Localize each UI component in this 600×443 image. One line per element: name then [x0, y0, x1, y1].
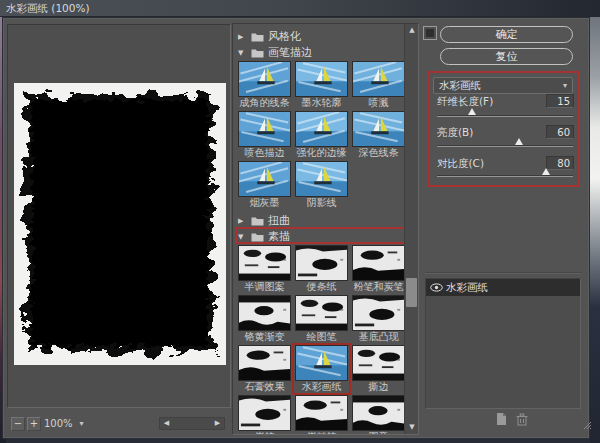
- fiber-length-slider-thumb[interactable]: [468, 108, 476, 115]
- filter-thumb-深色线条[interactable]: 深色线条: [351, 111, 405, 159]
- collapse-filter-list-button[interactable]: [423, 26, 437, 40]
- effect-layers-panel: 水彩画纸: [425, 278, 581, 409]
- filter-thumb-喷溅[interactable]: 喷溅: [351, 61, 405, 109]
- delete-effect-layer-icon[interactable]: [515, 412, 529, 426]
- filter-thumbnail: [238, 245, 291, 281]
- scroll-left-icon[interactable]: ◀: [160, 418, 173, 429]
- filter-list-scrollbar[interactable]: ▲ ▼: [404, 24, 418, 434]
- brightness-slider-thumb[interactable]: [515, 138, 523, 145]
- scroll-down-icon[interactable]: ▼: [405, 421, 419, 434]
- folder-icon: [251, 32, 264, 42]
- filter-thumb-label: 深色线条: [351, 147, 405, 159]
- filter-thumbnail: [295, 61, 348, 97]
- filter-thumb-炭精笔[interactable]: 炭精笔: [294, 395, 349, 434]
- filter-thumbnail: [295, 161, 348, 197]
- triangle-down-icon: ▼: [238, 233, 247, 241]
- filter-thumb-label: 强化的边缘: [294, 147, 349, 159]
- category-label: 扭曲: [268, 213, 290, 228]
- brightness-slider[interactable]: [437, 145, 573, 147]
- filter-thumbnail: [238, 395, 291, 431]
- filter-thumbnail: [238, 111, 291, 147]
- filter-thumb-半调图案[interactable]: 半调图案: [237, 245, 292, 293]
- filter-thumbnail: [352, 295, 405, 331]
- chevron-down-icon: ▾: [563, 78, 567, 93]
- filter-thumb-强化的边缘[interactable]: 强化的边缘: [294, 111, 349, 159]
- effect-layer-buttons: [494, 412, 529, 426]
- zoom-in-button[interactable]: +: [27, 417, 41, 431]
- filter-thumb-label: 粉笔和炭笔: [351, 281, 405, 293]
- filter-thumb-label: 撕边: [351, 381, 405, 393]
- filter-thumbnail: [238, 295, 291, 331]
- ok-button[interactable]: 确定: [440, 26, 573, 43]
- filter-thumbnail: [352, 345, 405, 381]
- filter-thumb-便条纸[interactable]: 便条纸: [294, 245, 349, 293]
- dialog-titlebar: 水彩画纸 (100%): [0, 0, 600, 17]
- filter-thumbnail: [238, 345, 291, 381]
- filter-thumb-label: 绘图笔: [294, 331, 349, 343]
- filter-thumb-石膏效果[interactable]: 石膏效果: [237, 345, 292, 393]
- filter-thumb-label: 墨水轮廓: [294, 97, 349, 109]
- scroll-up-icon[interactable]: ▲: [405, 24, 419, 37]
- category-label: 素描: [268, 229, 290, 244]
- category-header-2[interactable]: ▶扭曲: [238, 213, 405, 228]
- filter-thumb-label: 成角的线条: [237, 97, 292, 109]
- folder-icon: [251, 48, 264, 58]
- filter-thumb-label: 铬黄渐变: [237, 331, 292, 343]
- filter-thumb-label: 基底凸现: [351, 331, 405, 343]
- zoom-out-button[interactable]: −: [11, 417, 25, 431]
- filter-select-dropdown[interactable]: ▾ 水彩画纸: [433, 77, 573, 94]
- filter-thumb-喷色描边[interactable]: 喷色描边: [237, 111, 292, 159]
- filter-thumb-绘图笔[interactable]: 绘图笔: [294, 295, 349, 343]
- brightness-value[interactable]: 60: [546, 125, 574, 139]
- filter-thumb-铬黄渐变[interactable]: 铬黄渐变: [237, 295, 292, 343]
- folder-icon: [251, 216, 264, 226]
- reset-button[interactable]: 复位: [440, 48, 573, 65]
- fiber-length-slider[interactable]: [437, 115, 573, 117]
- filter-thumb-图章[interactable]: 图章: [351, 395, 405, 434]
- contrast-slider-thumb[interactable]: [542, 168, 550, 175]
- triangle-right-icon: ▶: [238, 217, 247, 225]
- contrast-value[interactable]: 80: [546, 156, 574, 170]
- filter-thumb-炭笔[interactable]: 炭笔: [237, 395, 292, 434]
- effect-layer-label: 水彩画纸: [446, 281, 488, 295]
- collapse-glyph-icon: [426, 29, 434, 37]
- vscroll-thumb[interactable]: [406, 278, 417, 307]
- preview-horizontal-scrollbar[interactable]: ◀ ▶: [159, 417, 225, 430]
- filter-thumb-粉笔和炭笔[interactable]: 粉笔和炭笔: [351, 245, 405, 293]
- filter-thumb-label: 半调图案: [237, 281, 292, 293]
- filter-thumbnail: [295, 111, 348, 147]
- filter-thumbnail: [238, 61, 291, 97]
- triangle-right-icon: ▶: [238, 33, 247, 41]
- filter-thumb-label: 阴影线: [294, 197, 349, 209]
- visibility-eye-icon[interactable]: [426, 282, 446, 294]
- triangle-down-icon: ▼: [238, 49, 247, 57]
- resize-grip[interactable]: [583, 421, 592, 430]
- filter-thumb-阴影线[interactable]: 阴影线: [294, 161, 349, 209]
- contrast-label: 对比度(C): [437, 157, 484, 171]
- filter-thumbnail: [352, 395, 405, 431]
- effect-layer-row[interactable]: 水彩画纸: [426, 279, 580, 296]
- scroll-right-icon[interactable]: ▶: [211, 418, 224, 429]
- category-header-0[interactable]: ▶风格化: [238, 29, 405, 44]
- filter-thumb-墨水轮廓[interactable]: 墨水轮廓: [294, 61, 349, 109]
- filter-thumb-基底凸现[interactable]: 基底凸现: [351, 295, 405, 343]
- fiber-length-value[interactable]: 15: [546, 94, 574, 108]
- folder-icon: [251, 232, 264, 242]
- filter-thumbnail: [352, 61, 405, 97]
- filter-select-value: 水彩画纸: [439, 79, 481, 91]
- filter-thumbnail: [295, 345, 348, 381]
- filter-thumb-水彩画纸[interactable]: 水彩画纸: [294, 345, 349, 393]
- preview-image[interactable]: [14, 83, 226, 365]
- category-label: 画笔描边: [268, 45, 312, 60]
- filter-thumb-撕边[interactable]: 撕边: [351, 345, 405, 393]
- filter-thumb-label: 图章: [351, 431, 405, 434]
- filter-thumbnail: [352, 111, 405, 147]
- category-header-3[interactable]: ▼素描: [238, 229, 405, 244]
- filter-thumb-成角的线条[interactable]: 成角的线条: [237, 61, 292, 109]
- new-effect-layer-icon[interactable]: [494, 412, 508, 426]
- category-header-1[interactable]: ▼画笔描边: [238, 45, 405, 60]
- zoom-dropdown-chevron-icon[interactable]: ▾: [75, 417, 88, 431]
- filter-thumbnail: [295, 295, 348, 331]
- contrast-slider[interactable]: [437, 175, 573, 177]
- filter-thumb-烟灰墨[interactable]: 烟灰墨: [237, 161, 292, 209]
